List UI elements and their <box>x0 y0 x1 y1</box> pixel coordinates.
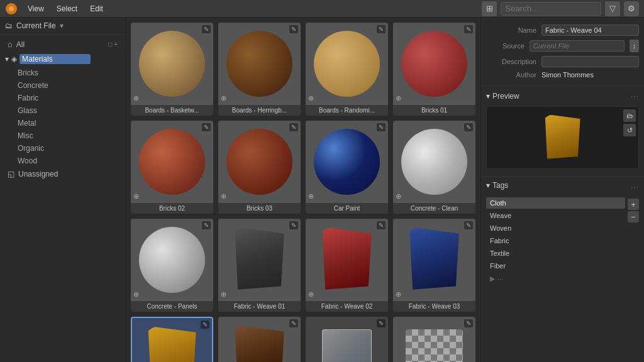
list-item[interactable]: ✎ ⊕ Fabric - Weave 03 <box>393 219 475 312</box>
list-item[interactable]: ✎ ⊕ Bricks 01 <box>393 23 475 116</box>
edit-icon[interactable]: ✎ <box>289 25 298 33</box>
list-item[interactable]: ✎ ⊕ Fabric - Weave 02 <box>306 219 388 312</box>
item-label: Bricks 02 <box>131 203 213 214</box>
source-input[interactable] <box>530 40 625 52</box>
edit-icon[interactable]: ✎ <box>289 319 298 327</box>
list-item[interactable]: ✎ ⊕ Glass <box>393 317 475 362</box>
settings-button[interactable]: ⚙ <box>624 1 639 16</box>
list-item[interactable]: ✎ ⊕ Car Paint <box>306 121 388 214</box>
sidebar-header[interactable]: 🗂 Current File ▾ <box>0 18 125 35</box>
tag-item-textile[interactable]: Textile <box>486 248 625 259</box>
sidebar-item-all[interactable]: ⌂ All □ + <box>0 37 125 52</box>
name-label: Name <box>486 26 536 34</box>
list-item[interactable]: ✎ ⊕ Bricks 02 <box>131 121 213 214</box>
menu-edit[interactable]: Edit <box>85 3 108 14</box>
edit-icon[interactable]: ✎ <box>289 221 298 229</box>
name-input[interactable] <box>541 25 639 36</box>
tags-wrapper: Cloth Weave Woven Fabric Textile Fiber ▶… <box>486 197 639 285</box>
item-thumbnail: ✎ ⊕ <box>393 121 475 203</box>
tags-add-button[interactable]: + <box>628 199 639 210</box>
list-item[interactable]: ✎ ⊕ Concrete - Panels <box>131 219 213 312</box>
sidebar-item-metal[interactable]: Metal <box>0 117 125 129</box>
sidebar-item-organic[interactable]: Organic <box>0 142 125 155</box>
sidebar-item-concrete[interactable]: Concrete <box>0 79 125 92</box>
menu-view[interactable]: View <box>23 3 49 14</box>
edit-icon[interactable]: ✎ <box>289 123 298 131</box>
search-input[interactable] <box>501 2 601 16</box>
tags-action-buttons: + − <box>628 197 639 285</box>
edit-icon[interactable]: ✎ <box>464 25 473 33</box>
list-item-selected[interactable]: ✎ ⊕ Fabric - Weave 04 <box>131 317 213 362</box>
tags-label: Tags <box>492 181 508 190</box>
add-icon[interactable]: □ + <box>108 41 118 48</box>
item-label: Bricks 03 <box>218 203 301 214</box>
tag-item-fiber[interactable]: Fiber <box>486 260 625 272</box>
list-item[interactable]: ✎ ⊕ Fabric - Weave 01 <box>218 219 301 312</box>
edit-icon[interactable]: ✎ <box>202 123 211 131</box>
preview-buttons: 🗁 ↺ <box>623 109 636 136</box>
menubar: View Select Edit ⊞ ▽ ⚙ <box>0 0 644 18</box>
menu-select[interactable]: Select <box>52 3 82 14</box>
item-label: Bricks 01 <box>393 105 475 116</box>
preview-section-header[interactable]: ▾ Preview ··· <box>486 90 639 102</box>
tag-item-fabric[interactable]: Fabric <box>486 235 625 246</box>
sidebar-item-unassigned-label: Unassigned <box>18 170 58 178</box>
list-item[interactable]: ✎ ⊕ Concrete - Clean <box>393 121 475 214</box>
world-icon: ⊕ <box>133 290 139 299</box>
list-item[interactable]: ✎ ⊕ Boards - Herringb... <box>218 23 301 116</box>
sidebar-item-fabric[interactable]: Fabric <box>0 92 125 104</box>
chevron-down-icon: ▾ <box>5 55 9 63</box>
list-item[interactable]: ✎ ⊕ Boards - Basketw... <box>131 23 213 116</box>
list-item[interactable]: ✎ ⊕ Frosted Glass <box>306 317 388 362</box>
description-input[interactable] <box>541 56 639 67</box>
section-menu-icon[interactable]: ··· <box>631 92 639 101</box>
sidebar-item-glass[interactable]: Glass <box>0 104 125 117</box>
edit-icon[interactable]: ✎ <box>202 221 211 229</box>
author-label: Author <box>486 71 536 79</box>
sidebar-item-unassigned[interactable]: ◱ Unassigned <box>0 167 125 181</box>
sidebar-item-bricks[interactable]: Bricks <box>0 67 125 79</box>
item-thumbnail: ✎ ⊕ <box>131 121 213 203</box>
tag-item-woven[interactable]: Woven <box>486 222 625 234</box>
edit-icon[interactable]: ✎ <box>377 221 386 229</box>
dropdown-arrow-icon: ▾ <box>60 21 64 30</box>
sidebar-item-wood[interactable]: Wood <box>0 155 125 167</box>
edit-icon[interactable]: ✎ <box>377 123 386 131</box>
edit-icon[interactable]: ✎ <box>464 123 473 131</box>
app-logo <box>5 3 18 15</box>
edit-icon[interactable]: ✎ <box>201 321 209 329</box>
edit-icon[interactable]: ✎ <box>202 25 211 33</box>
sidebar-item-materials[interactable]: ▾ ◈ Materials <box>0 52 125 67</box>
tag-item-weave[interactable]: Weave <box>486 210 625 221</box>
filter-button[interactable]: ▽ <box>605 1 620 16</box>
item-thumbnail: ✎ ⊕ <box>218 317 301 362</box>
current-file-label: Current File <box>16 21 56 30</box>
world-icon: ⊕ <box>221 94 226 102</box>
list-item[interactable]: ✎ ⊕ Fabric - Weave 05 <box>218 317 301 362</box>
edit-icon[interactable]: ✎ <box>377 25 386 33</box>
item-thumbnail: ✎ ⊕ <box>393 219 475 301</box>
edit-icon[interactable]: ✎ <box>464 319 473 327</box>
tags-section-header[interactable]: ▾ Tags <box>486 181 508 190</box>
preview-refresh-button[interactable]: ↺ <box>623 124 636 136</box>
list-item[interactable]: ✎ ⊕ Boards - Randomi... <box>306 23 388 116</box>
preview-section: ▾ Preview ··· 🗁 ↺ <box>481 86 644 177</box>
tags-menu-icon[interactable]: ··· <box>631 183 639 192</box>
edit-icon[interactable]: ✎ <box>464 221 473 229</box>
item-label: Boards - Basketw... <box>131 105 213 116</box>
tags-remove-button[interactable]: − <box>628 211 639 222</box>
preview-folder-button[interactable]: 🗁 <box>623 109 636 122</box>
item-thumbnail: ✎ ⊕ <box>131 23 213 105</box>
edit-icon[interactable]: ✎ <box>377 319 386 327</box>
source-button[interactable]: ↕ <box>630 40 639 52</box>
world-icon: ⊕ <box>308 290 314 299</box>
item-thumbnail: ✎ ⊕ <box>306 317 388 362</box>
world-icon: ⊕ <box>221 192 226 200</box>
list-item[interactable]: ✎ ⊕ Bricks 03 <box>218 121 301 214</box>
tags-more-row[interactable]: ▶ ··· <box>486 273 625 285</box>
view-toggle-button[interactable]: ⊞ <box>482 1 497 16</box>
item-thumbnail: ✎ ⊕ <box>218 121 301 203</box>
sidebar-item-misc[interactable]: Misc <box>0 129 125 142</box>
world-icon: ⊕ <box>221 290 226 299</box>
tag-item-cloth[interactable]: Cloth <box>486 197 625 209</box>
